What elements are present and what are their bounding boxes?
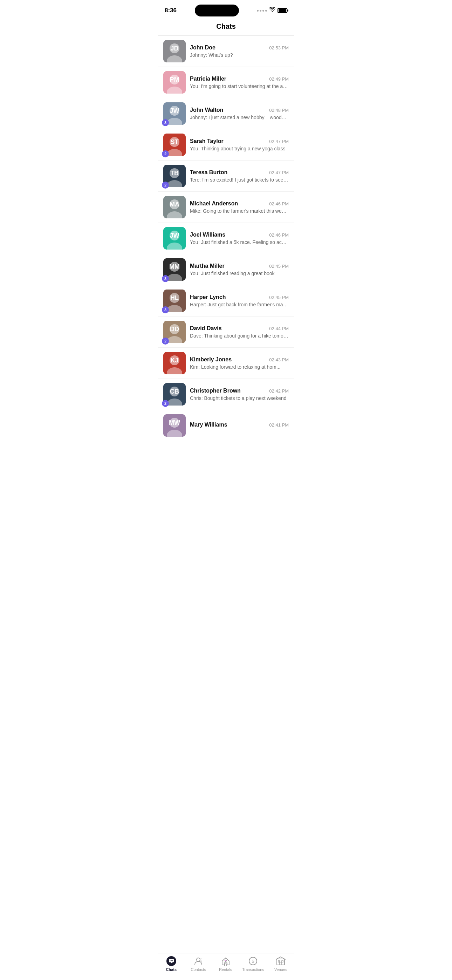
chat-preview: Tere: I'm so excited! I just got tickets… — [190, 177, 289, 183]
battery-icon — [277, 8, 287, 13]
unread-badge: 3 — [162, 119, 169, 126]
avatar-container: JW3 — [163, 102, 186, 125]
avatar-container: KJ — [163, 352, 186, 374]
signal-icon — [257, 10, 267, 11]
svg-text:ST: ST — [170, 138, 178, 145]
chat-content: Sarah Taylor02:47 PMYou: Thinking about … — [190, 138, 289, 151]
chat-preview: You: Just finished reading a great book — [190, 270, 289, 276]
chat-top-row: David Davis02:44 PM — [190, 325, 289, 332]
avatar: KJ — [163, 352, 186, 374]
chat-content: Mary Williams02:41 PM — [190, 422, 289, 430]
unread-badge: 2 — [162, 337, 169, 345]
chat-item[interactable]: PMPatricia Miller02:49 PMYou: I'm going … — [158, 67, 294, 98]
page-title: Chats — [216, 22, 236, 30]
svg-text:JW: JW — [170, 107, 180, 114]
svg-text:TB: TB — [170, 170, 179, 177]
chat-name: Joel Williams — [190, 232, 225, 238]
chat-name: David Davis — [190, 325, 222, 332]
chat-time: 02:47 PM — [269, 170, 289, 175]
chat-top-row: Michael Anderson02:46 PM — [190, 200, 289, 207]
chat-name: John Doe — [190, 45, 215, 51]
chat-time: 02:43 PM — [269, 357, 289, 363]
unread-badge: 3 — [162, 275, 169, 282]
chat-top-row: Christopher Brown02:42 PM — [190, 388, 289, 394]
status-bar: 8:36 — [158, 0, 294, 19]
chat-item[interactable]: KJKimberly Jones02:43 PMKim: Looking for… — [158, 348, 294, 379]
chat-name: Christopher Brown — [190, 388, 241, 394]
avatar-container: MA — [163, 196, 186, 218]
svg-text:MA: MA — [170, 201, 180, 208]
chat-time: 02:45 PM — [269, 295, 289, 300]
chat-content: John Doe02:53 PMJohnny: What's up? — [190, 45, 289, 58]
avatar-container: ST2 — [163, 134, 186, 156]
chat-content: Christopher Brown02:42 PMChris: Bought t… — [190, 388, 289, 401]
chat-item[interactable]: DD2David Davis02:44 PMDave: Thinking abo… — [158, 317, 294, 348]
chat-top-row: John Doe02:53 PM — [190, 45, 289, 51]
chat-top-row: Kimberly Jones02:43 PM — [190, 356, 289, 363]
avatar-container: PM — [163, 71, 186, 94]
chat-time: 02:44 PM — [269, 326, 289, 331]
unread-badge: 2 — [162, 400, 169, 407]
chat-time: 02:46 PM — [269, 201, 289, 207]
chat-time: 02:42 PM — [269, 388, 289, 394]
unread-badge: 3 — [162, 306, 169, 313]
chat-preview: Dave: Thinking about going for a hike to… — [190, 333, 289, 339]
chat-item[interactable]: CB2Christopher Brown02:42 PMChris: Bough… — [158, 379, 294, 410]
chat-preview: Chris: Bought tickets to a play next wee… — [190, 395, 289, 401]
avatar-container: DD2 — [163, 321, 186, 343]
chat-name: John Walton — [190, 107, 223, 113]
chat-content: Michael Anderson02:46 PMMike: Going to t… — [190, 200, 289, 214]
svg-text:KJ: KJ — [170, 357, 178, 364]
chat-content: Harper Lynch02:45 PMHarper: Just got bac… — [190, 294, 289, 307]
chat-item[interactable]: MM3Martha Miller02:45 PMYou: Just finish… — [158, 254, 294, 285]
avatar-container: MM3 — [163, 258, 186, 281]
chat-top-row: Mary Williams02:41 PM — [190, 422, 289, 428]
chat-item[interactable]: JW3John Walton02:48 PMJohnny: I just sta… — [158, 98, 294, 129]
avatar-container: TB2 — [163, 165, 186, 187]
chat-item[interactable]: ST2Sarah Taylor02:47 PMYou: Thinking abo… — [158, 129, 294, 161]
chat-content: John Walton02:48 PMJohnny: I just starte… — [190, 107, 289, 120]
chat-time: 02:47 PM — [269, 139, 289, 144]
svg-text:MW: MW — [169, 419, 180, 426]
chat-name: Michael Anderson — [190, 200, 238, 207]
chat-name: Mary Williams — [190, 422, 228, 428]
chat-item[interactable]: JWJoel Williams02:46 PMYou: Just finishe… — [158, 223, 294, 254]
chat-top-row: Sarah Taylor02:47 PM — [190, 138, 289, 145]
svg-text:HL: HL — [170, 294, 179, 301]
chat-top-row: Martha Miller02:45 PM — [190, 263, 289, 269]
chat-preview: Mike: Going to the farmer's market this … — [190, 208, 289, 214]
chat-content: Joel Williams02:46 PMYou: Just finished … — [190, 232, 289, 245]
chat-item[interactable]: MAMichael Anderson02:46 PMMike: Going to… — [158, 192, 294, 223]
avatar: MA — [163, 196, 186, 218]
chat-preview: Harper: Just got back from the farmer's … — [190, 302, 289, 307]
chat-name: Patricia Miller — [190, 76, 226, 82]
chat-content: Kimberly Jones02:43 PMKim: Looking forwa… — [190, 356, 289, 370]
avatar-container: MW — [163, 414, 186, 437]
chat-top-row: Teresa Burton02:47 PM — [190, 169, 289, 176]
chat-name: Teresa Burton — [190, 169, 228, 176]
chat-content: Martha Miller02:45 PMYou: Just finished … — [190, 263, 289, 276]
chat-name: Sarah Taylor — [190, 138, 224, 145]
chat-content: Teresa Burton02:47 PMTere: I'm so excite… — [190, 169, 289, 183]
avatar-container: JW — [163, 227, 186, 250]
chat-time: 02:41 PM — [269, 422, 289, 428]
unread-badge: 2 — [162, 150, 169, 158]
avatar: JD — [163, 40, 186, 62]
chat-item[interactable]: TB2Teresa Burton02:47 PMTere: I'm so exc… — [158, 161, 294, 192]
chat-preview: Kim: Looking forward to relaxing at hom.… — [190, 364, 289, 370]
avatar-container: HL3 — [163, 290, 186, 312]
chat-item[interactable]: HL3Harper Lynch02:45 PMHarper: Just got … — [158, 285, 294, 317]
chat-time: 02:46 PM — [269, 232, 289, 238]
unread-badge: 2 — [162, 181, 169, 189]
chat-time: 02:45 PM — [269, 264, 289, 269]
svg-text:CB: CB — [170, 388, 179, 395]
chat-top-row: John Walton02:48 PM — [190, 107, 289, 113]
svg-text:JD: JD — [170, 45, 178, 52]
chat-top-row: Patricia Miller02:49 PM — [190, 76, 289, 82]
avatar-container: CB2 — [163, 383, 186, 406]
chat-preview: Johnny: What's up? — [190, 52, 289, 58]
chat-content: David Davis02:44 PMDave: Thinking about … — [190, 325, 289, 339]
chat-item[interactable]: MWMary Williams02:41 PM — [158, 410, 294, 441]
chat-item[interactable]: JDJohn Doe02:53 PMJohnny: What's up? — [158, 36, 294, 67]
svg-text:JW: JW — [170, 232, 180, 239]
